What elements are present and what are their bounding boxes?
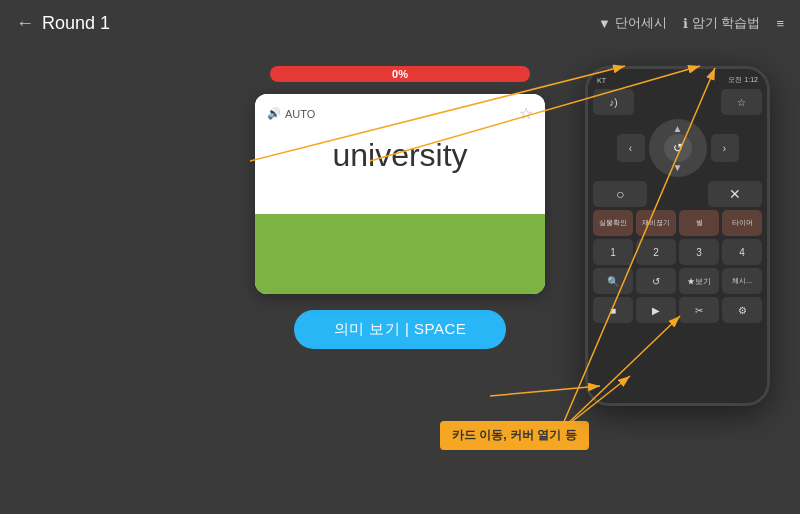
- phone-key-4[interactable]: 4: [722, 239, 762, 265]
- study-method-label: 암기 학습법: [692, 14, 761, 32]
- phone-key-play[interactable]: ▶: [636, 297, 676, 323]
- phone-key-search[interactable]: 🔍: [593, 268, 633, 294]
- phone-key-3[interactable]: 3: [679, 239, 719, 265]
- phone-key-타이머[interactable]: 타이머: [722, 210, 762, 236]
- main-area: 0% 🔊 AUTO ☆ university 의미 보기 | SPACE: [0, 46, 800, 514]
- phone-key-2[interactable]: 2: [636, 239, 676, 265]
- flashcard-top: 🔊 AUTO ☆ university: [255, 94, 545, 214]
- phone-key-1[interactable]: 1: [593, 239, 633, 265]
- page-title: Round 1: [42, 13, 110, 34]
- speaker-icon: 🔊: [267, 107, 281, 120]
- phone-key-cut[interactable]: ✂: [679, 297, 719, 323]
- dpad-center: ▲ ▼ ↺: [648, 118, 708, 178]
- phone-row-1: ♪) ☆: [593, 89, 762, 115]
- phone-star-key[interactable]: ☆: [721, 89, 762, 115]
- flashcard-bottom: [255, 214, 545, 294]
- auto-control[interactable]: 🔊 AUTO: [267, 107, 315, 120]
- phone-icon-row: 🔍 ↺ ★보기 체시...: [593, 268, 762, 294]
- show-meaning-button[interactable]: 의미 보기 | SPACE: [294, 310, 507, 349]
- phone-mockup: KT 오전 1:12 ♪) ☆ ‹ ▲ ▼ ↺: [585, 66, 770, 406]
- header-left: ← Round 1: [16, 13, 110, 34]
- header: ← Round 1 ▼ 단어세시 ℹ 암기 학습법 ≡: [0, 0, 800, 46]
- dpad-left-key[interactable]: ‹: [617, 134, 645, 162]
- menu-button[interactable]: ≡: [776, 16, 784, 31]
- phone-screen: KT 오전 1:12 ♪) ☆ ‹ ▲ ▼ ↺: [588, 69, 767, 403]
- phone-key-재비[interactable]: 재비끊기: [636, 210, 676, 236]
- phone-speaker-key[interactable]: ♪): [593, 89, 634, 115]
- dpad-right-key[interactable]: ›: [711, 134, 739, 162]
- flashcard-controls: 🔊 AUTO ☆: [267, 104, 533, 123]
- phone-row-circle: ○ ✕: [593, 181, 762, 207]
- header-right: ▼ 단어세시 ℹ 암기 학습법 ≡: [598, 14, 784, 32]
- phone-key-view[interactable]: ★보기: [679, 268, 719, 294]
- filter-icon: ▼: [598, 16, 611, 31]
- auto-label-text: AUTO: [285, 108, 315, 120]
- phone-key-별[interactable]: 별: [679, 210, 719, 236]
- flashcard[interactable]: 🔊 AUTO ☆ university: [255, 94, 545, 294]
- phone-number-row: 1 2 3 4: [593, 239, 762, 265]
- dpad-row: ‹ ▲ ▼ ↺ ›: [593, 118, 762, 178]
- phone-label-row: 실물확인 재비끊기 별 타이머: [593, 210, 762, 236]
- phone-key-stop[interactable]: ■: [593, 297, 633, 323]
- phone-key-settings[interactable]: ⚙: [722, 297, 762, 323]
- filter-label: 단어세시: [615, 14, 667, 32]
- phone-x-key[interactable]: ✕: [708, 181, 762, 207]
- filter-button[interactable]: ▼ 단어세시: [598, 14, 667, 32]
- phone-keypad: ♪) ☆ ‹ ▲ ▼ ↺ ›: [591, 87, 764, 400]
- dpad-center-button[interactable]: ↺: [664, 134, 692, 162]
- phone-bottom-row: ■ ▶ ✂ ⚙: [593, 297, 762, 323]
- favorite-button[interactable]: ☆: [519, 104, 533, 123]
- svg-line-4: [490, 386, 600, 396]
- info-icon: ℹ: [683, 16, 688, 31]
- annotation-tooltip: 카드 이동, 커버 열기 등: [440, 421, 589, 450]
- study-method-button[interactable]: ℹ 암기 학습법: [683, 14, 761, 32]
- phone-status-bar: KT 오전 1:12: [591, 73, 764, 87]
- phone-circle-key[interactable]: ○: [593, 181, 647, 207]
- flashcard-area: 0% 🔊 AUTO ☆ university 의미 보기 | SPACE: [255, 66, 545, 349]
- card-word: university: [267, 137, 533, 174]
- dpad-down-arrow: ▼: [673, 162, 683, 173]
- progress-label: 0%: [392, 68, 408, 80]
- phone-key-more[interactable]: 체시...: [722, 268, 762, 294]
- phone-carrier: KT: [597, 77, 606, 84]
- dpad-up-arrow: ▲: [673, 123, 683, 134]
- phone-key-refresh[interactable]: ↺: [636, 268, 676, 294]
- phone-time: 오전 1:12: [728, 75, 758, 85]
- phone-key-실물[interactable]: 실물확인: [593, 210, 633, 236]
- dpad-ring: ▲ ▼ ↺: [649, 119, 707, 177]
- progress-bar-container: 0%: [270, 66, 530, 82]
- back-button[interactable]: ←: [16, 13, 34, 34]
